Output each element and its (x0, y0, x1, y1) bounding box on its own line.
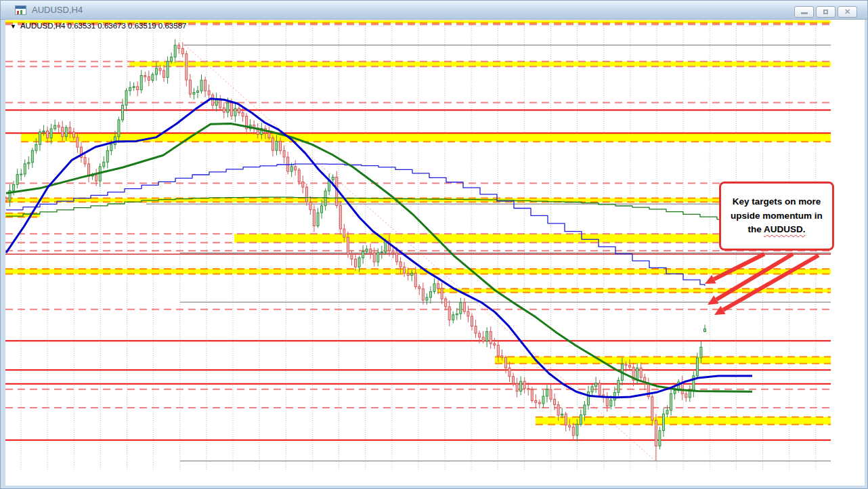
mt4-window: AUDUSD,H4 ✕ ▼AUDUSD,H4 0.63531 0.63673 0… (0, 0, 868, 489)
ohlc-text: AUDUSD,H4 0.63531 0.63673 0.63519 0.6358… (20, 22, 187, 30)
annotation-underlined-word: AUDUSD. (764, 224, 806, 234)
support-resistance-band (5, 269, 831, 274)
annotation-text: Key targets on more upside momentum in t… (726, 195, 827, 238)
annotation-box[interactable]: Key targets on more upside momentum in t… (719, 182, 834, 251)
symbol-dropdown-arrow[interactable]: ▼ (10, 23, 16, 30)
support-resistance-band (129, 62, 831, 67)
ohlc-info-line: ▼AUDUSD,H4 0.63531 0.63673 0.63519 0.635… (10, 22, 186, 30)
support-resistance-band (495, 357, 831, 364)
